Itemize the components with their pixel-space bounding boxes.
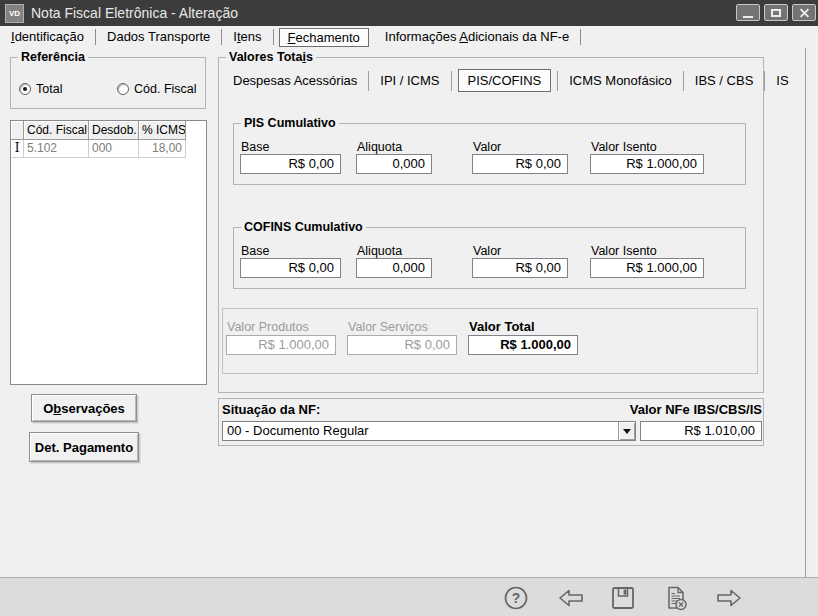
minimize-icon [743,16,753,18]
valor-servicos-field: R$ 0,00 [347,335,457,355]
valores-totais-title: Valores Totais [226,50,316,64]
radio-total-label: Total [36,82,62,96]
pis-cumulativo-title: PIS Cumulativo [241,116,339,130]
forward-button[interactable] [715,584,743,612]
cofins-valor-label: Valor [473,244,501,258]
vtab-icms-monofasico[interactable]: ICMS Monofásico [558,73,683,88]
forward-arrow-icon [715,584,743,612]
radio-total-icon [19,83,31,95]
nfe-valor-label: Valor NFe IBS/CBS/IS [560,402,762,417]
cell-cod-fiscal: 5.102 [24,140,89,158]
vtab-ipi-icms[interactable]: IPI / ICMS [369,73,450,88]
close-icon [799,7,810,18]
app-icon: VD [5,4,24,23]
vtab-despesas-acessorias[interactable]: Despesas Acessórias [222,73,368,88]
back-button[interactable] [557,584,585,612]
grid-selector-header [11,121,24,140]
vtab-is[interactable]: IS [765,73,799,88]
pis-valor-label: Valor [473,140,501,154]
combo-dropdown-button[interactable] [618,422,635,440]
save-icon [609,584,637,612]
observacoes-button[interactable]: Observações [31,394,137,422]
cell-desdob: 000 [89,140,139,158]
back-arrow-icon [557,584,585,612]
help-button[interactable]: ? [502,584,530,612]
fiscal-grid-header: Cód. Fiscal Desdob. % ICMS [11,121,206,140]
cofins-isento-label: Valor Isento [591,244,657,258]
cancel-document-button[interactable] [662,584,690,612]
save-button[interactable] [609,584,637,612]
tab-separator [580,29,581,45]
help-icon: ? [502,584,530,612]
tab-separator [273,29,274,45]
tab-dados-transporte[interactable]: Dados Transporte [96,26,221,48]
page-right-border [805,48,806,577]
grid-col-icms[interactable]: % ICMS [139,121,186,140]
pis-isento-label: Valor Isento [591,140,657,154]
nota-fiscal-window: { "window": { "title": "Nota Fiscal Elet… [0,0,818,616]
tab-itens[interactable]: Itens [222,26,272,48]
det-pagamento-button[interactable]: Det. Pagamento [29,432,139,462]
radio-total[interactable]: Total [19,82,62,96]
valor-total-label: Valor Total [469,319,535,334]
cofins-base-field[interactable]: R$ 0,00 [240,258,341,278]
pis-base-field[interactable]: R$ 0,00 [240,154,341,174]
cofins-aliquota-label: Aliquota [357,244,402,258]
tab-identificacao[interactable]: Identificação [0,26,95,48]
valor-servicos-label: Valor Serviços [348,320,428,334]
row-cursor-icon: I [11,140,24,158]
cofins-aliquota-field[interactable]: 0,000 [356,258,432,278]
bottom-toolbar [0,578,818,616]
grid-col-cod-fiscal[interactable]: Cód. Fiscal [24,121,89,140]
valor-produtos-field: R$ 1.000,00 [226,335,336,355]
window-title: Nota Fiscal Eletrônica - Alteração [31,5,238,21]
cofins-isento-field[interactable]: R$ 1.000,00 [590,258,704,278]
situacao-combobox[interactable]: 00 - Documento Regular [222,421,636,441]
vtab-pis-cofins[interactable]: PIS/COFINS [458,69,552,92]
referencia-group-title: Referência [18,50,88,64]
vtab-ibs-cbs[interactable]: IBS / CBS [684,73,765,88]
grid-col-desdob[interactable]: Desdob. [89,121,139,140]
radio-cod-fiscal-label: Cód. Fiscal [134,82,197,96]
main-tabbar: Identificação Dados Transporte Itens Fec… [0,26,818,48]
cofins-cumulativo-title: COFINS Cumulativo [241,220,366,234]
referencia-group: Referência Total Cód. Fiscal [10,57,206,109]
radio-cod-fiscal[interactable]: Cód. Fiscal [117,82,197,96]
table-row[interactable]: I 5.102 000 18,00 [11,140,206,158]
cancel-document-icon [662,584,690,612]
radio-cod-fiscal-icon [117,83,129,95]
cell-icms: 18,00 [139,140,186,158]
close-button[interactable] [792,4,816,21]
vtab-separator [451,71,452,91]
situacao-label: Situação da NF: [222,402,320,417]
pis-isento-field[interactable]: R$ 1.000,00 [590,154,704,174]
pis-aliquota-label: Aliquota [357,140,402,154]
cofins-valor-field[interactable]: R$ 0,00 [472,258,568,278]
title-bar: VD Nota Fiscal Eletrônica - Alteração [0,0,818,26]
maximize-icon [771,9,781,17]
valor-produtos-label: Valor Produtos [227,320,309,334]
valores-tabbar: Despesas Acessórias IPI / ICMS PIS/COFIN… [222,69,818,92]
fiscal-grid: Cód. Fiscal Desdob. % ICMS I 5.102 000 1… [10,120,207,385]
situacao-value: 00 - Documento Regular [223,422,618,440]
pis-valor-field[interactable]: R$ 0,00 [472,154,568,174]
minimize-button[interactable] [736,4,760,21]
maximize-button[interactable] [764,4,788,21]
valor-total-field: R$ 1.000,00 [468,335,578,355]
chevron-down-icon [623,429,631,434]
pis-aliquota-field[interactable]: 0,000 [356,154,432,174]
svg-text:?: ? [512,590,521,606]
tab-fechamento[interactable]: Fechamento [279,28,369,47]
nfe-valor-field[interactable]: R$ 1.010,00 [640,421,762,441]
pis-base-label: Base [241,140,270,154]
tab-informacoes-adicionais[interactable]: Informações Adicionais da NF-e [374,26,580,48]
cofins-base-label: Base [241,244,270,258]
